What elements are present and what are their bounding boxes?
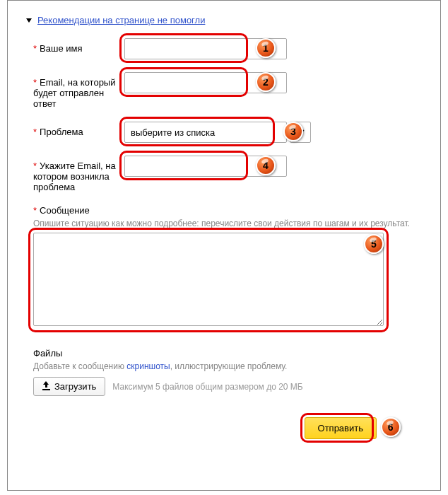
row-problem: *Проблема выберите из списка 3 [29, 122, 419, 143]
message-textarea[interactable] [33, 233, 384, 326]
form-container: Рекомендации на странице не помогли *Ваш… [7, 0, 441, 491]
label-account-email: *Укажите Email, на котором возникла проб… [29, 156, 124, 192]
badge-3: 3 [283, 122, 303, 141]
row-submit: Отправить 6 [29, 417, 419, 439]
label-name: *Ваше имя [29, 38, 124, 54]
row-message: *Сообщение Опишите ситуацию как можно по… [29, 205, 419, 328]
row-email: *Email, на который будет отправлен ответ… [29, 72, 419, 109]
badge-2: 2 [256, 72, 276, 92]
upload-button[interactable]: Загрузить [33, 377, 105, 396]
collapse-link-text: Рекомендации на странице не помогли [37, 15, 205, 25]
badge-4: 4 [256, 156, 276, 175]
upload-icon [42, 383, 50, 390]
row-files: Файлы Добавьте к сообщению скриншоты, ил… [29, 348, 419, 396]
label-files: Файлы [33, 348, 419, 359]
problem-select[interactable]: выберите из списка [124, 122, 287, 143]
label-email: *Email, на который будет отправлен ответ [29, 72, 124, 109]
upload-limit-text: Максимум 5 файлов общим размером до 20 М… [112, 382, 302, 392]
label-message: *Сообщение [33, 205, 419, 216]
badge-1: 1 [256, 38, 276, 58]
row-account-email: *Укажите Email, на котором возникла проб… [29, 156, 419, 192]
message-hint: Опишите ситуацию как можно подробнее: пе… [33, 219, 419, 228]
row-name: *Ваше имя 1 [29, 38, 419, 59]
chevron-down-icon [26, 18, 32, 23]
upload-button-label: Загрузить [54, 381, 96, 392]
badge-5: 5 [364, 234, 384, 254]
collapse-toggle[interactable]: Рекомендации на странице не помогли [26, 15, 419, 25]
files-hint: Добавьте к сообщению скриншоты, иллюстри… [33, 361, 419, 371]
label-problem: *Проблема [29, 122, 124, 137]
submit-button[interactable]: Отправить [305, 417, 377, 439]
problem-select-value: выберите из списка [131, 127, 215, 138]
screenshots-link[interactable]: скриншоты [126, 361, 170, 371]
badge-6: 6 [381, 417, 401, 437]
